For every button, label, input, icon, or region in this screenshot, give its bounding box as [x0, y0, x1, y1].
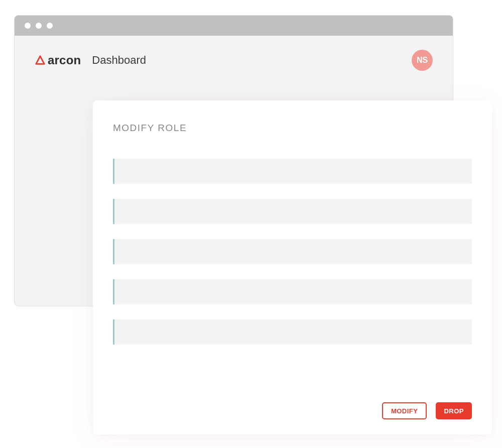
triangle-icon [35, 55, 46, 66]
role-input-row[interactable] [113, 279, 472, 304]
modify-role-modal: MODIFY ROLE MODIFY DROP [93, 100, 492, 434]
window-dot-icon [36, 23, 42, 29]
role-input[interactable] [121, 199, 465, 224]
role-input[interactable] [121, 319, 465, 345]
window-dot-icon [25, 23, 31, 29]
window-titlebar [15, 16, 453, 36]
role-input[interactable] [121, 239, 465, 264]
window-dot-icon [47, 23, 53, 29]
modal-button-row: MODIFY DROP [113, 392, 472, 419]
drop-button[interactable]: DROP [436, 402, 472, 419]
app-header: arcon Dashboard NS [15, 36, 453, 71]
modify-button[interactable]: MODIFY [382, 402, 427, 419]
role-input-row[interactable] [113, 159, 472, 184]
role-input[interactable] [121, 159, 465, 184]
modal-title: MODIFY ROLE [113, 123, 472, 134]
brand-logo: arcon [35, 53, 81, 67]
role-input-row[interactable] [113, 319, 472, 345]
page-title: Dashboard [92, 54, 146, 67]
role-input-list [113, 159, 472, 345]
role-input-row[interactable] [113, 239, 472, 264]
brand-name: arcon [48, 53, 81, 67]
role-input[interactable] [121, 279, 465, 304]
avatar[interactable]: NS [412, 50, 433, 71]
role-input-row[interactable] [113, 199, 472, 224]
